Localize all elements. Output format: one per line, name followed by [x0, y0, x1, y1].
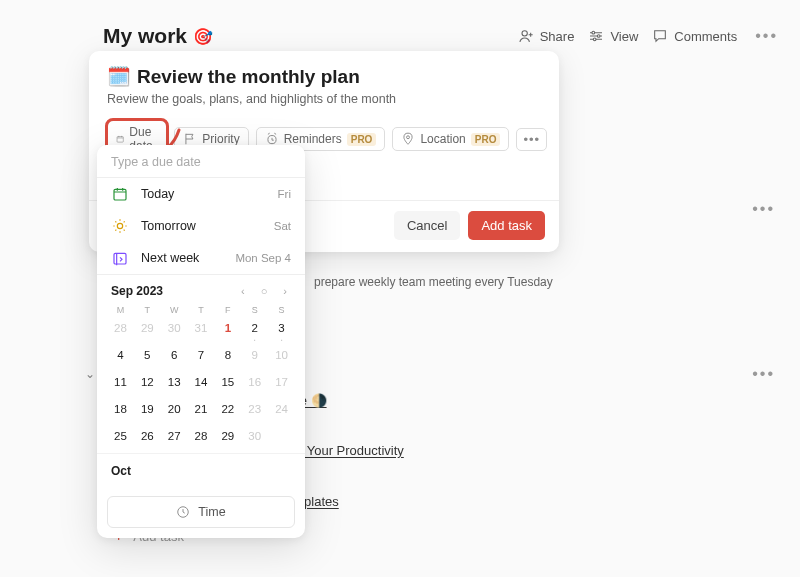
calendar-day[interactable]: 22 [214, 398, 241, 420]
add-task-button[interactable]: Add task [468, 211, 545, 240]
target-icon: 🎯 [193, 27, 213, 46]
user-plus-icon [518, 28, 534, 44]
calendar-day[interactable]: 21 [188, 398, 215, 420]
sun-icon [111, 217, 129, 235]
dow-label: W [161, 303, 188, 317]
calendar-day[interactable]: 15 [214, 371, 241, 393]
calendar-day[interactable]: 31 [188, 317, 215, 339]
location-chip[interactable]: Location PRO [392, 127, 509, 151]
background-more-button[interactable]: ••• [752, 200, 775, 218]
due-date-input[interactable] [97, 145, 305, 177]
calendar-day[interactable]: 28 [107, 317, 134, 339]
calendar-day[interactable]: 27 [161, 425, 188, 447]
quick-tomorrow[interactable]: Tomorrow Sat [97, 210, 305, 242]
calendar-day[interactable]: 28 [188, 425, 215, 447]
share-label: Share [540, 29, 575, 44]
calendar-day[interactable]: 26 [134, 425, 161, 447]
calendar-day[interactable]: 9 [241, 344, 268, 366]
prev-month-button[interactable]: ‹ [237, 283, 249, 299]
svg-rect-9 [114, 253, 126, 264]
page-title: My work 🎯 [103, 24, 213, 48]
calendar-day[interactable]: 2 [241, 317, 268, 339]
chip-more-button[interactable]: ••• [516, 128, 547, 151]
calendar-icon [116, 132, 124, 146]
alarm-icon [265, 132, 279, 146]
calendar-day[interactable]: 14 [188, 371, 215, 393]
calendar-grid: 2829303112345678910111213141516171819202… [97, 317, 305, 447]
svg-rect-7 [114, 189, 126, 200]
dow-label: T [134, 303, 161, 317]
quick-tomorrow-hint: Sat [274, 220, 291, 232]
page-title-text: My work [103, 24, 187, 48]
calendar-day[interactable]: 12 [134, 371, 161, 393]
calendar-day[interactable]: 6 [161, 344, 188, 366]
calendar-day[interactable]: 29 [134, 317, 161, 339]
dow-label: F [214, 303, 241, 317]
next-month-button[interactable]: › [279, 283, 291, 299]
priority-label: Priority [202, 132, 239, 146]
cancel-button[interactable]: Cancel [394, 211, 460, 240]
calendar-day[interactable]: 30 [161, 317, 188, 339]
comments-label: Comments [674, 29, 737, 44]
task-title-text: Review the monthly plan [137, 66, 360, 88]
calendar-day[interactable]: 18 [107, 398, 134, 420]
calendar-day[interactable]: 4 [107, 344, 134, 366]
calendar-day[interactable]: 7 [188, 344, 215, 366]
comment-icon [652, 28, 668, 44]
task-title[interactable]: 🗓️ Review the monthly plan [107, 65, 541, 88]
calendar-day[interactable]: 25 [107, 425, 134, 447]
quick-nextweek-label: Next week [141, 251, 235, 265]
dow-label: S [268, 303, 295, 317]
calendar-day[interactable]: 29 [214, 425, 241, 447]
pro-badge: PRO [347, 133, 377, 146]
add-time-button[interactable]: Time [107, 496, 295, 528]
today-month-button[interactable]: ○ [257, 283, 272, 299]
calendar-day[interactable]: 5 [134, 344, 161, 366]
reminders-label: Reminders [284, 132, 342, 146]
dow-label: T [188, 303, 215, 317]
calendar-day[interactable]: 10 [268, 344, 295, 366]
day-of-week-row: MTWTFSS [97, 303, 305, 317]
calendar-day[interactable]: 11 [107, 371, 134, 393]
svg-point-3 [594, 38, 597, 41]
dow-label: M [107, 303, 134, 317]
flag-icon [183, 132, 197, 146]
collapse-chevron-icon[interactable]: ⌄ [85, 367, 95, 381]
calendar-emoji-icon: 🗓️ [107, 65, 131, 88]
location-label: Location [420, 132, 465, 146]
task-description[interactable]: Review the goals, plans, and highlights … [107, 92, 541, 106]
sliders-icon [588, 28, 604, 44]
top-actions: Share View Comments ••• [518, 23, 782, 49]
clock-icon [176, 505, 190, 519]
svg-point-2 [598, 35, 601, 38]
dow-label: S [241, 303, 268, 317]
next-week-icon [111, 249, 129, 267]
share-button[interactable]: Share [518, 28, 575, 44]
quick-tomorrow-label: Tomorrow [141, 219, 274, 233]
calendar-day[interactable]: 13 [161, 371, 188, 393]
quick-nextweek-hint: Mon Sep 4 [235, 252, 291, 264]
calendar-day[interactable]: 24 [268, 398, 295, 420]
view-label: View [610, 29, 638, 44]
calendar-day[interactable]: 16 [241, 371, 268, 393]
calendar-day[interactable]: 1 [214, 317, 241, 339]
time-label: Time [198, 505, 225, 519]
view-button[interactable]: View [588, 28, 638, 44]
calendar-day[interactable]: 23 [241, 398, 268, 420]
calendar-day[interactable]: 3 [268, 317, 295, 339]
calendar-day[interactable]: 20 [161, 398, 188, 420]
svg-rect-4 [117, 137, 123, 143]
more-menu-button[interactable]: ••• [751, 23, 782, 49]
comments-button[interactable]: Comments [652, 28, 737, 44]
background-more-button[interactable]: ••• [752, 365, 775, 383]
quick-today-hint: Fri [278, 188, 291, 200]
quick-today[interactable]: Today Fri [97, 178, 305, 210]
calendar-day[interactable]: 19 [134, 398, 161, 420]
calendar-day [268, 425, 295, 447]
calendar-day[interactable]: 17 [268, 371, 295, 393]
calendar-day[interactable]: 30 [241, 425, 268, 447]
quick-next-week[interactable]: Next week Mon Sep 4 [97, 242, 305, 274]
calendar-day[interactable]: 8 [214, 344, 241, 366]
today-icon [111, 185, 129, 203]
month-header: Sep 2023 ‹ ○ › [97, 275, 305, 303]
